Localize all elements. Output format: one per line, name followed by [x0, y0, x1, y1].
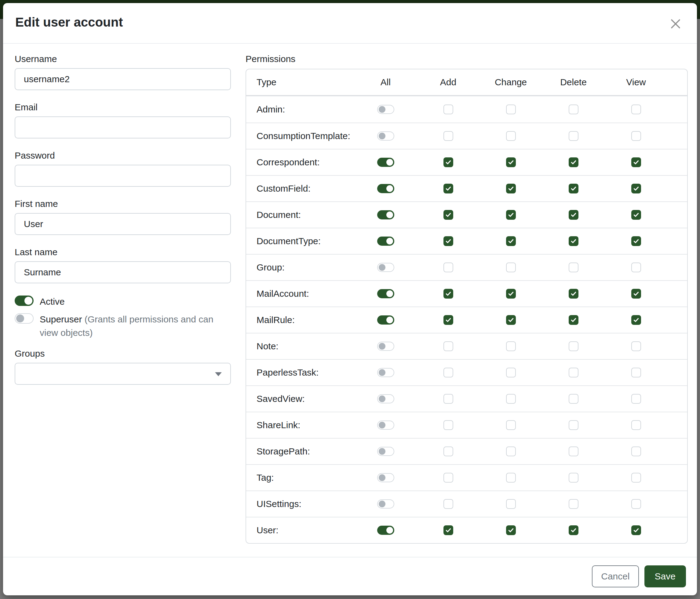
permission-change-checkbox[interactable]: [506, 315, 516, 325]
permission-add-checkbox[interactable]: [444, 131, 453, 141]
first-name-input[interactable]: [15, 213, 231, 235]
permission-row: Admin:: [246, 96, 687, 123]
permission-view-checkbox[interactable]: [631, 131, 641, 141]
permission-view-checkbox[interactable]: [631, 473, 641, 483]
permission-change-checkbox[interactable]: [506, 447, 516, 456]
permission-delete-checkbox[interactable]: [569, 394, 578, 404]
permission-all-toggle[interactable]: [377, 184, 394, 193]
permission-change-checkbox[interactable]: [506, 131, 516, 141]
email-input[interactable]: [15, 116, 231, 139]
permission-all-toggle[interactable]: [377, 526, 394, 535]
permission-view-checkbox[interactable]: [631, 289, 641, 298]
permission-add-checkbox[interactable]: [444, 158, 453, 167]
permission-view-checkbox[interactable]: [631, 341, 641, 351]
permission-add-checkbox[interactable]: [444, 210, 453, 220]
permission-change-checkbox[interactable]: [506, 210, 516, 220]
permission-add-checkbox[interactable]: [444, 236, 453, 246]
permission-add-checkbox[interactable]: [444, 289, 453, 298]
permission-delete-checkbox[interactable]: [569, 341, 578, 351]
dialog-footer: Cancel Save: [3, 557, 697, 595]
cancel-button[interactable]: Cancel: [592, 566, 639, 588]
permission-all-toggle[interactable]: [377, 473, 394, 482]
permission-add-checkbox[interactable]: [444, 525, 453, 535]
permission-view-checkbox[interactable]: [631, 368, 641, 378]
chevron-down-icon: [215, 372, 222, 376]
permission-delete-checkbox[interactable]: [569, 210, 578, 220]
permission-all-toggle[interactable]: [377, 315, 394, 325]
permission-change-checkbox[interactable]: [506, 158, 516, 167]
permission-all-toggle[interactable]: [377, 131, 394, 141]
permission-add-checkbox[interactable]: [444, 184, 453, 193]
save-button[interactable]: Save: [644, 566, 686, 588]
permission-delete-checkbox[interactable]: [569, 263, 578, 272]
close-icon: [670, 26, 682, 31]
permission-change-checkbox[interactable]: [506, 341, 516, 351]
permission-delete-checkbox[interactable]: [569, 158, 578, 167]
permission-delete-checkbox[interactable]: [569, 499, 578, 509]
permission-add-checkbox[interactable]: [444, 447, 453, 456]
permission-view-checkbox[interactable]: [631, 184, 641, 193]
username-input[interactable]: [15, 68, 231, 90]
permission-add-checkbox[interactable]: [444, 420, 453, 430]
last-name-input[interactable]: [15, 261, 231, 283]
permission-change-checkbox[interactable]: [506, 368, 516, 378]
permission-view-checkbox[interactable]: [631, 263, 641, 272]
permission-add-checkbox[interactable]: [444, 368, 453, 378]
permission-delete-checkbox[interactable]: [569, 104, 578, 114]
permission-delete-checkbox[interactable]: [569, 236, 578, 246]
permission-view-checkbox[interactable]: [631, 315, 641, 325]
groups-select[interactable]: [15, 363, 231, 385]
permission-change-checkbox[interactable]: [506, 104, 516, 114]
permission-add-checkbox[interactable]: [444, 315, 453, 325]
permission-add-checkbox[interactable]: [444, 499, 453, 509]
permission-all-toggle[interactable]: [377, 263, 394, 272]
permission-change-checkbox[interactable]: [506, 289, 516, 298]
permission-delete-checkbox[interactable]: [569, 420, 578, 430]
permission-delete-checkbox[interactable]: [569, 473, 578, 483]
permission-all-toggle[interactable]: [377, 394, 394, 403]
permission-all-toggle[interactable]: [377, 289, 394, 298]
permission-all-toggle[interactable]: [377, 210, 394, 219]
permission-delete-checkbox[interactable]: [569, 131, 578, 141]
permission-view-checkbox[interactable]: [631, 447, 641, 456]
permission-change-checkbox[interactable]: [506, 184, 516, 193]
permission-view-checkbox[interactable]: [631, 210, 641, 220]
permission-change-checkbox[interactable]: [506, 394, 516, 404]
permission-all-toggle[interactable]: [377, 447, 394, 456]
permission-all-toggle[interactable]: [377, 237, 394, 246]
permission-delete-checkbox[interactable]: [569, 525, 578, 535]
permission-delete-checkbox[interactable]: [569, 368, 578, 378]
permission-all-toggle[interactable]: [377, 105, 394, 114]
permission-delete-checkbox[interactable]: [569, 184, 578, 193]
permission-add-checkbox[interactable]: [444, 104, 453, 114]
permission-add-checkbox[interactable]: [444, 341, 453, 351]
permission-all-toggle[interactable]: [377, 421, 394, 430]
permission-all-toggle[interactable]: [377, 342, 394, 351]
permission-delete-checkbox[interactable]: [569, 289, 578, 298]
active-toggle[interactable]: [15, 295, 33, 306]
permission-all-toggle[interactable]: [377, 499, 394, 508]
permission-view-checkbox[interactable]: [631, 104, 641, 114]
permission-add-checkbox[interactable]: [444, 394, 453, 404]
permission-change-checkbox[interactable]: [506, 263, 516, 272]
permission-all-toggle[interactable]: [377, 368, 394, 377]
permission-change-checkbox[interactable]: [506, 473, 516, 483]
permission-view-checkbox[interactable]: [631, 499, 641, 509]
permission-view-checkbox[interactable]: [631, 394, 641, 404]
permission-change-checkbox[interactable]: [506, 236, 516, 246]
permission-view-checkbox[interactable]: [631, 525, 641, 535]
password-input[interactable]: [15, 165, 231, 187]
permission-delete-checkbox[interactable]: [569, 447, 578, 456]
permission-view-checkbox[interactable]: [631, 158, 641, 167]
superuser-toggle[interactable]: [15, 313, 33, 324]
permission-view-checkbox[interactable]: [631, 420, 641, 430]
permission-change-checkbox[interactable]: [506, 525, 516, 535]
permission-view-checkbox[interactable]: [631, 236, 641, 246]
permission-all-toggle[interactable]: [377, 158, 394, 167]
permission-change-checkbox[interactable]: [506, 499, 516, 509]
permission-change-checkbox[interactable]: [506, 420, 516, 430]
permission-add-checkbox[interactable]: [444, 263, 453, 272]
close-button[interactable]: [667, 15, 685, 34]
permission-add-checkbox[interactable]: [444, 473, 453, 483]
permission-delete-checkbox[interactable]: [569, 315, 578, 325]
